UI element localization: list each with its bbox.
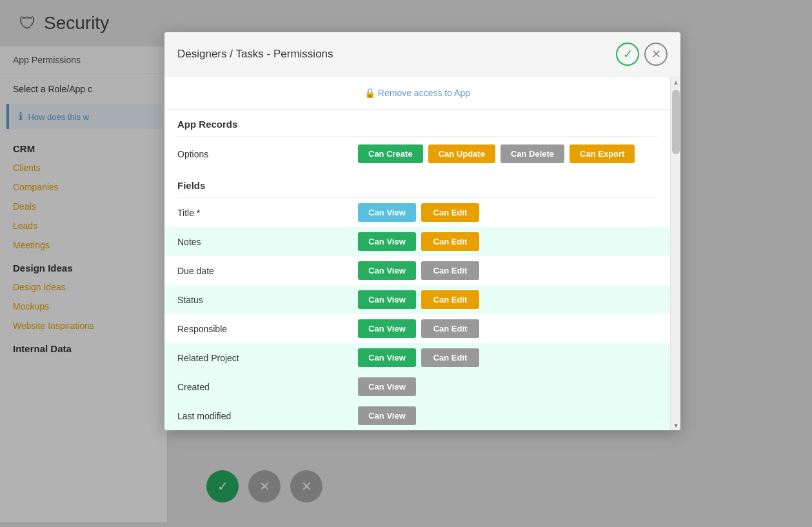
scrollbar-down-arrow[interactable]: ▼ xyxy=(671,420,680,430)
field-name-responsible: Responsible xyxy=(164,314,345,343)
field-buttons-due-date: Can View Can Edit xyxy=(345,256,670,285)
fields-heading: Fields xyxy=(164,171,670,197)
modal-header-actions: ✓ ✕ xyxy=(616,43,668,66)
remove-access-row: 🔒 Remove access to App xyxy=(164,77,670,110)
title-can-edit-btn[interactable]: Can Edit xyxy=(421,203,479,222)
field-buttons-title: Can View Can Edit xyxy=(345,198,670,227)
field-name-due-date: Due date xyxy=(164,256,345,285)
modal-scrollbar[interactable]: ▲ ▼ xyxy=(670,77,680,430)
field-buttons-last-modified: Can View xyxy=(345,401,670,430)
can-delete-button[interactable]: Can Delete xyxy=(500,144,564,163)
status-can-edit-btn[interactable]: Can Edit xyxy=(421,290,479,309)
field-name-related-project: Related Project xyxy=(164,343,345,372)
lastmodified-can-view-btn[interactable]: Can View xyxy=(358,406,416,425)
notes-can-edit-btn[interactable]: Can Edit xyxy=(421,232,479,251)
status-can-view-btn[interactable]: Can View xyxy=(358,290,416,309)
options-buttons-cell: Can Create Can Update Can Delete Can Exp… xyxy=(345,137,670,171)
options-row: Options Can Create Can Update Can Delete… xyxy=(164,137,670,171)
field-row-related-project: Related Project Can View Can Edit xyxy=(164,343,670,372)
field-row-responsible: Responsible Can View Can Edit xyxy=(164,314,670,343)
field-buttons-responsible: Can View Can Edit xyxy=(345,314,670,343)
modal-scroll-content: 🔒 Remove access to App App Records Optio… xyxy=(164,77,670,430)
responsible-can-edit-btn[interactable]: Can Edit xyxy=(421,319,479,338)
can-export-button[interactable]: Can Export xyxy=(569,144,635,163)
scrollbar-thumb[interactable] xyxy=(672,90,680,154)
duedate-can-view-btn[interactable]: Can View xyxy=(358,261,416,280)
modal-confirm-button[interactable]: ✓ xyxy=(616,43,639,66)
field-name-title: Title * xyxy=(164,198,345,227)
scrollbar-up-arrow[interactable]: ▲ xyxy=(671,77,680,87)
modal-close-button[interactable]: ✕ xyxy=(644,43,668,66)
options-buttons: Can Create Can Update Can Delete Can Exp… xyxy=(358,144,657,163)
notes-can-view-btn[interactable]: Can View xyxy=(358,232,416,251)
field-row-last-modified: Last modified Can View xyxy=(164,401,670,430)
field-row-notes: Notes Can View Can Edit xyxy=(164,227,670,256)
permissions-modal: Designers / Tasks - Permissions ✓ ✕ 🔒 Re… xyxy=(164,32,680,430)
options-label: Options xyxy=(164,137,345,171)
field-buttons-related-project: Can View Can Edit xyxy=(345,343,670,372)
field-name-last-modified: Last modified xyxy=(164,401,345,430)
field-row-status: Status Can View Can Edit xyxy=(164,285,670,314)
field-row-title: Title * Can View Can Edit xyxy=(164,198,670,227)
can-create-button[interactable]: Can Create xyxy=(358,144,423,163)
field-name-notes: Notes xyxy=(164,227,345,256)
modal-body-wrapper: 🔒 Remove access to App App Records Optio… xyxy=(164,77,680,430)
remove-access-link[interactable]: 🔒 Remove access to App xyxy=(364,88,470,98)
lock-icon: 🔒 xyxy=(364,88,378,98)
field-row-created: Created Can View xyxy=(164,372,670,401)
field-buttons-created: Can View xyxy=(345,372,670,401)
duedate-can-edit-btn[interactable]: Can Edit xyxy=(421,261,479,280)
created-can-view-btn[interactable]: Can View xyxy=(358,377,416,396)
app-records-heading: App Records xyxy=(164,110,670,136)
options-table: Options Can Create Can Update Can Delete… xyxy=(164,137,670,171)
fields-table: Title * Can View Can Edit Notes Can View xyxy=(164,198,670,430)
field-buttons-notes: Can View Can Edit xyxy=(345,227,670,256)
modal-close-icon: ✕ xyxy=(651,47,661,61)
title-can-view-btn[interactable]: Can View xyxy=(358,203,416,222)
modal-title: Designers / Tasks - Permissions xyxy=(177,48,333,61)
field-name-created: Created xyxy=(164,372,345,401)
field-buttons-status: Can View Can Edit xyxy=(345,285,670,314)
relatedproject-can-edit-btn[interactable]: Can Edit xyxy=(421,348,479,367)
modal-header: Designers / Tasks - Permissions ✓ ✕ xyxy=(164,32,680,77)
responsible-can-view-btn[interactable]: Can View xyxy=(358,319,416,338)
field-row-due-date: Due date Can View Can Edit xyxy=(164,256,670,285)
can-update-button[interactable]: Can Update xyxy=(428,144,495,163)
relatedproject-can-view-btn[interactable]: Can View xyxy=(358,348,416,367)
field-name-status: Status xyxy=(164,285,345,314)
confirm-checkmark-icon: ✓ xyxy=(623,47,633,61)
